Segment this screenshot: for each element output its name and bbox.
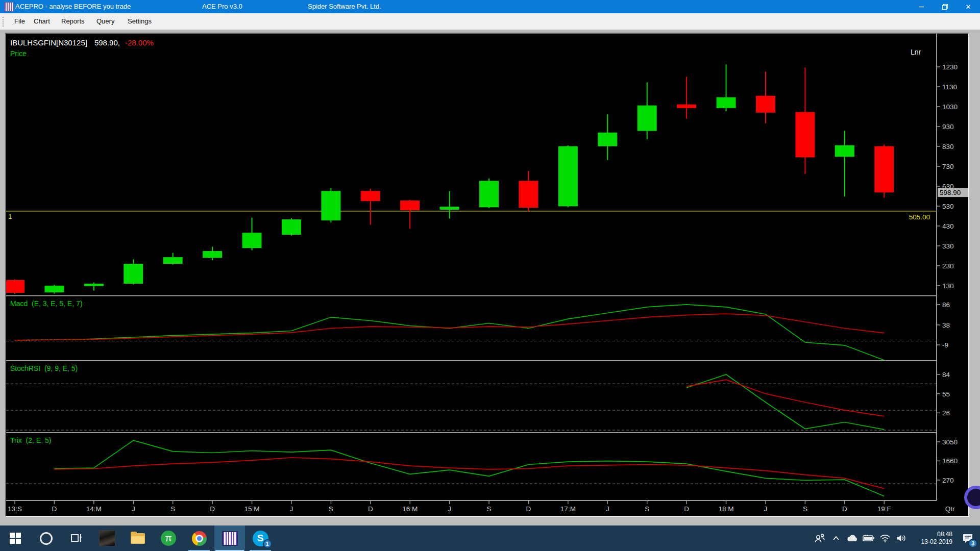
svg-text:84: 84 <box>942 371 950 379</box>
restore-button[interactable] <box>933 0 957 13</box>
taskbar-app-chrome[interactable] <box>184 525 214 551</box>
candle-body <box>717 97 736 108</box>
svg-text:26: 26 <box>942 409 950 417</box>
menu-item-chart[interactable]: Chart <box>34 17 50 25</box>
svg-text:86: 86 <box>942 301 950 309</box>
menu-item-reports[interactable]: Reports <box>61 17 85 25</box>
taskbar-app-media[interactable] <box>92 525 122 551</box>
candle-body <box>400 201 420 210</box>
minimize-button[interactable] <box>910 0 933 13</box>
taskbar-clock[interactable]: 08:48 13-02-2019 <box>913 531 952 546</box>
titlebar: ACEPRO - analyse BEFORE you trade ACE Pr… <box>0 0 980 13</box>
taskbar-app-skype[interactable]: S 1 <box>245 525 276 551</box>
svg-text:1230: 1230 <box>942 63 958 71</box>
acepro-icon <box>222 531 238 546</box>
cortana-icon <box>40 532 53 545</box>
desktop-screen: ACEPRO - analyse BEFORE you trade ACE Pr… <box>0 0 980 551</box>
task-view-icon <box>70 532 83 544</box>
menu-drag-handle[interactable] <box>3 17 4 27</box>
candle-body <box>242 233 262 248</box>
svg-text:18:M: 18:M <box>719 505 734 513</box>
action-center-button[interactable]: 3 <box>958 525 978 551</box>
windows-logo-icon <box>10 533 21 544</box>
candle-body <box>677 105 696 108</box>
svg-text:505.00: 505.00 <box>909 213 930 221</box>
stoch-stochrsi-line <box>687 374 884 430</box>
menu-item-query[interactable]: Query <box>96 17 114 25</box>
candle-body <box>598 133 617 146</box>
app-version: ACE Pro v3.0 <box>202 3 242 10</box>
start-button[interactable] <box>0 525 31 551</box>
chart-canvas[interactable]: 1505.00123011301030930830730630530430330… <box>6 34 968 516</box>
candle-body <box>756 96 775 113</box>
taskbar-app-acepro[interactable] <box>214 525 245 551</box>
svg-text:17:M: 17:M <box>560 505 576 513</box>
stoch-signal-line <box>687 380 884 416</box>
onedrive-tray-button[interactable] <box>844 525 861 551</box>
svg-text:1130: 1130 <box>942 83 957 91</box>
people-tray-button[interactable] <box>812 525 828 551</box>
candle-body <box>795 112 815 158</box>
svg-text:1660: 1660 <box>942 457 958 465</box>
battery-icon <box>863 534 875 542</box>
wifi-tray-button[interactable] <box>877 525 893 551</box>
menubar: File Chart Reports Query Settings <box>0 13 980 30</box>
taskbar-app-explorer[interactable] <box>122 525 153 551</box>
volume-tray-button[interactable] <box>893 525 910 551</box>
scale-mode-label: Lnr <box>911 48 921 56</box>
candle-body <box>638 106 657 131</box>
window-controls: ✕ <box>910 0 980 13</box>
svg-text:730: 730 <box>942 163 954 170</box>
svg-text:230: 230 <box>942 262 954 270</box>
candle-body <box>282 219 301 235</box>
svg-text:Qtr: Qtr <box>945 505 955 513</box>
wifi-icon <box>879 534 891 543</box>
chart-window-frame: 1505.00123011301030930830730630530430330… <box>0 30 980 525</box>
chrome-icon <box>192 531 207 546</box>
chart-header: IBULHSGFIN[N30125]598.90,-28.00% <box>10 38 154 47</box>
task-view-button[interactable] <box>61 525 92 551</box>
svg-text:D: D <box>210 505 215 513</box>
symbol-name: IBULHSGFIN[N30125] <box>10 38 87 47</box>
candle-body <box>361 191 380 201</box>
svg-text:14:M: 14:M <box>86 505 102 513</box>
svg-text:15:M: 15:M <box>244 505 260 513</box>
candle-body <box>440 207 459 210</box>
svg-text:330: 330 <box>942 242 954 250</box>
skype-icon: S 1 <box>253 531 268 546</box>
cloud-icon <box>846 534 859 543</box>
change-percent: -28.00% <box>125 38 154 47</box>
svg-text:930: 930 <box>942 123 954 131</box>
pi-app-icon: π <box>161 531 176 546</box>
candle-body <box>835 145 854 157</box>
candle-body <box>321 191 340 220</box>
chart-area[interactable]: 1505.00123011301030930830730630530430330… <box>5 33 969 517</box>
svg-text:1030: 1030 <box>942 103 958 111</box>
candle-body <box>519 181 538 208</box>
svg-text:J: J <box>290 505 293 513</box>
taskbar: π S 1 <box>0 525 980 551</box>
svg-text:1: 1 <box>8 213 12 220</box>
svg-text:55: 55 <box>942 390 950 398</box>
svg-text:D: D <box>684 505 689 513</box>
svg-text:D: D <box>52 505 57 513</box>
menu-item-file[interactable]: File <box>14 17 25 25</box>
system-tray: 08:48 13-02-2019 3 <box>812 525 980 551</box>
svg-text:598.90: 598.90 <box>940 189 961 196</box>
price-panel-label: Price <box>10 49 27 58</box>
svg-text:S: S <box>645 505 649 513</box>
taskbar-app-pi[interactable]: π <box>153 525 184 551</box>
clock-time: 08:48 <box>913 531 952 538</box>
menu-item-settings[interactable]: Settings <box>128 17 152 25</box>
svg-text:530: 530 <box>942 203 954 210</box>
close-button[interactable]: ✕ <box>957 0 980 13</box>
chevron-up-icon <box>831 534 841 543</box>
battery-tray-button[interactable] <box>861 525 877 551</box>
macd-panel-label: Macd (E, 3, E, 5, E, 7) <box>10 299 83 308</box>
svg-text:D: D <box>842 505 847 513</box>
show-hidden-icons-button[interactable] <box>828 525 844 551</box>
file-explorer-icon <box>131 533 145 544</box>
svg-text:S: S <box>487 505 492 513</box>
candle-body <box>163 257 183 264</box>
cortana-button[interactable] <box>31 525 61 551</box>
